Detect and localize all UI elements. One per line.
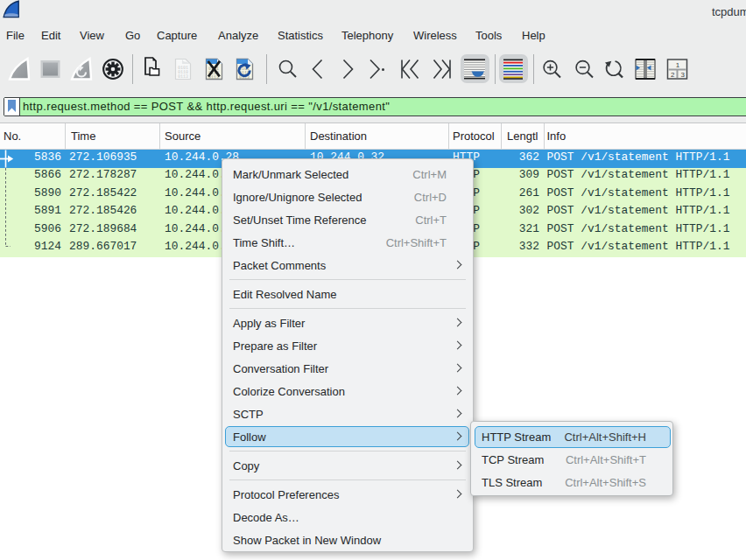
svg-text:3: 3 (681, 71, 686, 79)
svg-text:1: 1 (676, 61, 680, 69)
svg-text:2: 2 (671, 71, 675, 79)
svg-text:0113: 0113 (178, 74, 188, 80)
